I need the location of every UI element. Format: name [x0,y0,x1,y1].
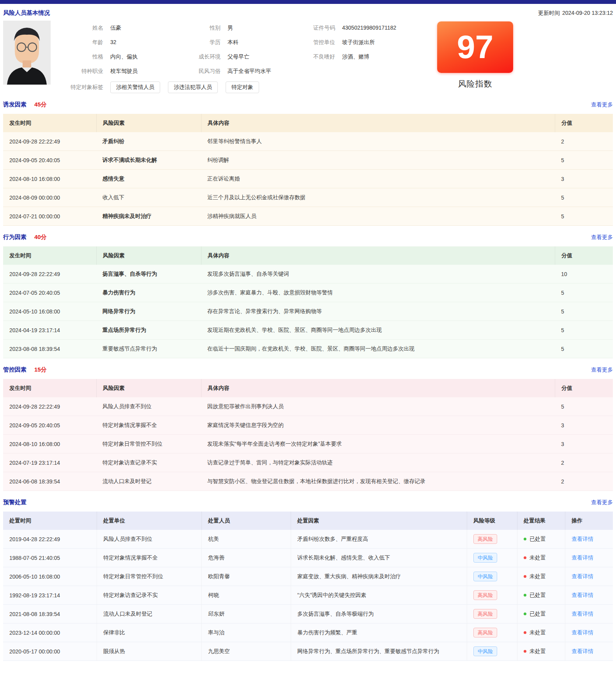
view-detail-link[interactable]: 查看详情 [572,554,593,561]
section-header-control-factors: 管控因素 15分 查看更多 [3,366,613,374]
cell-result: 已处置 [517,605,565,623]
page-header: 风险人员基本情况 更新时间2024-09-20 13:23:12 [3,4,613,17]
view-detail-link[interactable]: 查看详情 [572,629,593,636]
field-value-gender: 男 [228,24,233,32]
column-header-time: 处置时间 [3,512,97,530]
cell-content: 因故意犯罪被作出刑事判决人员 [201,397,555,416]
cell-content: 家庭情况等关键信息字段为空的 [201,416,555,435]
cell-factor: 家庭变故、重大疾病、精神疾病未及时治疗 [291,567,467,586]
risk-factor-highlighted: 重点场所异常行为 [96,321,201,340]
table-row: 1988-07-05 21:40:05特定对象情况掌握不全危海善诉求长期未化解、… [3,549,613,567]
view-detail-link[interactable]: 查看详情 [572,536,593,542]
page-title: 风险人员基本情况 [3,9,50,17]
update-time-label: 更新时间 [538,10,560,16]
cell-time: 2024-08-09 00:00:00 [3,188,96,207]
table-row: 2021-08-08 18:39:54流动人口未及时登记邱东妍多次扬言滋事、自杀… [3,605,613,623]
cell-unit: 保律非比 [97,623,201,642]
cell-score: 3 [555,435,613,453]
column-header-time: 发生时间 [3,246,96,265]
cell-level: 高风险 [467,530,517,549]
view-more-link[interactable]: 查看更多 [591,499,613,506]
cell-level: 中风险 [467,567,517,586]
cell-person: 危海善 [201,549,291,567]
cell-result: 已处置 [517,586,565,605]
field-value-occupation: 校车驾驶员 [110,67,138,75]
trigger-factors-table: 发生时间风险因素具体内容分值2024-09-28 22:22:49矛盾纠纷邻里等… [3,114,613,226]
column-header-factor: 风险因素 [96,246,201,265]
view-more-link[interactable]: 查看更多 [591,101,613,108]
table-row: 2023-08-08 18:39:54重要敏感节点异常行为在临近十一国庆期间，在… [3,340,613,358]
field-value-personality: 内向、偏执 [110,53,138,61]
cell-action: 查看详情 [565,530,613,549]
cell-level: 高风险 [467,586,517,605]
cell-factor: 多次扬言滋事、自杀等极端行为 [291,605,467,623]
cell-unit: 特定对象日常管控不到位 [97,567,201,586]
cell-result: 未处置 [517,549,565,567]
table-row: 2006-05-10 16:08:00特定对象日常管控不到位欧阳青馨家庭变故、重… [3,567,613,586]
table-row: 2024-09-28 22:22:49扬言滋事、自杀等行为发现多次扬言滋事、自杀… [3,265,613,283]
cell-time: 1988-07-05 21:40:05 [3,549,97,567]
cell-content: 纠纷调解 [201,151,555,170]
cell-time: 2019-04-28 22:22:49 [3,530,97,549]
table-row: 2024-07-05 20:40:05暴力伤害行为涉多次伤害、家庭暴力、斗殴、故… [3,283,613,302]
table-row: 2024-05-10 16:08:00网络异常行为存在异常言论、异常搜索行为、异… [3,302,613,321]
view-detail-link[interactable]: 查看详情 [572,573,593,579]
cell-time: 2024-08-10 16:08:00 [3,435,96,453]
column-header-person: 处置人员 [201,512,291,530]
column-header-level: 风险等级 [467,512,517,530]
view-detail-link[interactable]: 查看详情 [572,611,593,617]
cell-person: 欧阳青馨 [201,567,291,586]
section-title: 诱发因素 [3,101,26,108]
cell-score: 5 [555,302,613,321]
cell-score: 5 [555,151,613,170]
cell-level: 中风险 [467,549,517,567]
column-header-time: 发生时间 [3,114,96,132]
behavior-factors-table: 发生时间风险因素具体内容分值2024-09-28 22:22:49扬言滋事、自杀… [3,246,613,358]
status-dot-done [524,538,526,540]
view-detail-link[interactable]: 查看详情 [572,592,593,598]
page-container: 风险人员基本情况 更新时间2024-09-20 13:23:12 姓名伍豪 性别… [0,4,616,661]
alert-handling-grid: 处置时间处置单位处置人员处置因素风险等级处置结果操作2019-04-28 22:… [3,512,613,661]
alert-handling-table: 处置时间处置单位处置人员处置因素风险等级处置结果操作2019-04-28 22:… [3,512,613,661]
cell-time: 2024-07-21 00:00:00 [3,207,96,226]
field-label: 姓名 [68,24,103,32]
risk-level-badge: 高风险 [473,609,497,619]
cell-time: 2024-09-05 20:40:05 [3,151,96,170]
table-row: 1992-08-19 23:17:14特定对象访查记录不实柯晓“六失”诱因中的关… [3,586,613,605]
cell-unit: 眼须从热 [97,642,201,661]
field-label: 不良嗜好 [303,53,335,61]
view-more-link[interactable]: 查看更多 [591,234,613,241]
table-row: 2024-06-08 18:39:54流动人口未及时登记与智慧安防小区、物业登记… [3,472,613,491]
cell-action: 查看详情 [565,586,613,605]
portrait-image [3,21,51,85]
cell-score: 3 [555,170,613,188]
cell-action: 查看详情 [565,605,613,623]
cell-unit: 特定对象情况掌握不全 [97,549,201,567]
column-header-content: 具体内容 [201,246,555,265]
field-value-upbringing: 父母早亡 [228,53,249,61]
trigger-factors-grid: 发生时间风险因素具体内容分值2024-09-28 22:22:49矛盾纠纷邻里等… [3,114,613,226]
cell-content: 发现多次扬言滋事、自杀等关键词 [201,265,555,283]
cell-person: 杭美 [201,530,291,549]
field-value-age: 32 [110,38,116,46]
field-label: 成长环境 [186,53,221,61]
field-label: 性别 [186,24,221,32]
cell-score: 2 [555,472,613,491]
cell-score: 5 [555,283,613,302]
view-detail-link[interactable]: 查看详情 [572,648,593,654]
profile-photo [3,21,51,85]
field-value-education: 本科 [228,38,238,46]
field-value-customs: 高于全省平均水平 [228,67,271,75]
cell-time: 2024-09-28 22:22:49 [3,397,96,416]
risk-factor-highlighted: 网络异常行为 [96,302,201,321]
cell-unit: 流动人口未及时登记 [97,605,201,623]
column-header-factor: 风险因素 [96,114,201,132]
cell-time: 1992-08-19 23:17:14 [3,586,97,605]
risk-index-block: 97 风险指数 [437,21,513,93]
tag-illegal-crime: 涉违法犯罪人员 [168,81,218,93]
table-row: 2024-08-10 16:08:00特定对象日常管控不到位发现未落实“每半年全… [3,435,613,453]
field-label: 特种职业 [68,67,103,75]
tags-label: 特定对象标签 [68,84,103,91]
status-dot-pending [524,556,526,559]
view-more-link[interactable]: 查看更多 [591,366,613,374]
